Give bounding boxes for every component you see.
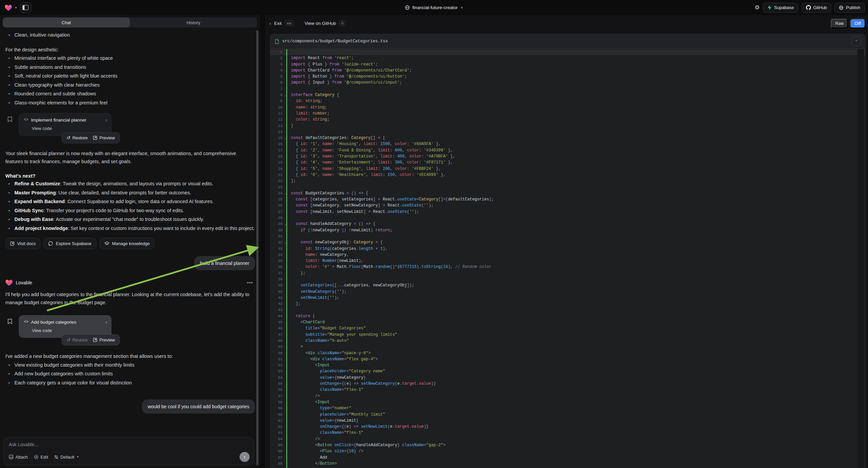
message-options-button[interactable]: ••• — [247, 278, 253, 287]
code-line[interactable]: 47 subtitle="Manage your spending limits… — [271, 332, 865, 338]
supabase-button[interactable]: Supabase — [763, 3, 798, 13]
code-line[interactable]: 29⌄ const handleAddCategory = () => { — [271, 221, 865, 227]
code-line[interactable]: 64 /> — [271, 436, 865, 442]
code-line[interactable]: 16 { id: '1', name: 'Housing', limit: 15… — [271, 141, 865, 147]
preview-button[interactable]: Preview — [93, 135, 115, 140]
publish-button[interactable]: Publish — [834, 3, 865, 13]
github-button[interactable]: GitHub — [802, 3, 831, 13]
code-line[interactable]: 10 name: string; — [271, 105, 865, 111]
code-line[interactable]: 12 color: string; — [271, 117, 865, 122]
edit-mode-button[interactable]: Edit — [34, 455, 48, 460]
restore-button[interactable]: ↺ Restore — [66, 338, 88, 343]
view-code-link[interactable]: View code — [32, 126, 107, 131]
code-line[interactable]: 15⌄const defaultCategories: Category[] =… — [271, 135, 865, 141]
code-line[interactable]: 58 <Input — [271, 399, 865, 405]
code-line[interactable]: 26 const [newCategory, setNewCategory] =… — [271, 202, 865, 208]
code-line[interactable]: 48 className="h-auto" — [271, 338, 865, 344]
code-line[interactable]: 43 — [271, 307, 865, 313]
gear-icon[interactable]: ⚙ — [754, 5, 760, 10]
chevron-right-icon[interactable]: › — [106, 319, 107, 325]
code-line[interactable]: 62 onChange={(e) => setNewLimit(e.target… — [271, 424, 865, 430]
code-line[interactable]: 2import React from 'react'; — [271, 55, 865, 61]
code-line[interactable]: 9 id: string; — [271, 98, 865, 104]
code-line[interactable]: 42 }; — [271, 301, 865, 307]
code-line[interactable]: 17 { id: '2', name: 'Food & Dining', lim… — [271, 147, 865, 153]
lovable-logo-icon[interactable] — [5, 4, 12, 11]
code-line[interactable]: 5import { Button } from '@/components/ui… — [271, 74, 865, 80]
attach-button[interactable]: Attach — [9, 455, 28, 460]
preview-button[interactable]: Preview — [93, 338, 115, 343]
send-button[interactable]: ↑ — [240, 452, 250, 462]
code-line[interactable]: 36 color: '#' + Math.floor(Math.random()… — [271, 264, 865, 270]
workspace-chevron-icon[interactable]: ▼ — [14, 6, 18, 9]
mode-selector[interactable]: Default ▼ — [54, 455, 79, 460]
code-line[interactable]: 41 setNewLimit(''); — [271, 295, 865, 301]
code-line[interactable]: 24⌄const BudgetCategories = () => { — [271, 191, 865, 196]
panel-divider[interactable] — [260, 15, 265, 468]
manage-knowledge-button[interactable]: Manage knowledge — [100, 238, 155, 249]
code-line[interactable]: 1 — [271, 49, 865, 55]
exit-button[interactable]: Exit — [274, 21, 282, 26]
code-line[interactable]: 34 name: newCategory, — [271, 252, 865, 258]
code-line[interactable]: 3import { Plus } from 'lucide-react'; — [271, 61, 865, 67]
code-line[interactable]: 28 — [271, 215, 865, 221]
code-line[interactable]: 66 <Plus size={16} /> — [271, 448, 865, 454]
explore-supabase-button[interactable]: Explore Supabase — [43, 238, 96, 249]
code-line[interactable]: 32⌄ const newCategoryObj: Category = { — [271, 239, 865, 245]
chat-message-list[interactable]: Clean, intuitive navigation For the desi… — [0, 29, 257, 436]
code-line[interactable]: 18 { id: '3', name: 'Transportation', li… — [271, 153, 865, 159]
chevron-right-icon[interactable]: › — [106, 117, 107, 123]
code-line[interactable]: 8⌄interface Category { — [271, 92, 865, 98]
code-line[interactable]: 55 onChange={(e) => setNewCategory(e.tar… — [271, 381, 865, 387]
file-header[interactable]: src/components/budget/BudgetCategories.t… — [271, 34, 865, 49]
chat-input[interactable]: Ask Lovable... — [9, 442, 249, 447]
code-line[interactable]: 53 placeholder="Category name" — [271, 368, 865, 374]
code-line[interactable]: 52 <Input — [271, 362, 865, 368]
code-line[interactable]: 25 const [categories, setCategories] = R… — [271, 196, 865, 202]
view-on-github-button[interactable]: View on GitHub — [305, 21, 336, 26]
code-line[interactable]: 19 { id: '4', name: 'Entertainment', lim… — [271, 159, 865, 166]
view-code-link[interactable]: View code — [32, 328, 107, 333]
code-line[interactable]: 49 > — [271, 344, 865, 350]
sidebar-toggle-button[interactable] — [20, 2, 32, 13]
code-line[interactable]: 63 className="flex-1" — [271, 430, 865, 436]
code-line[interactable]: 46 title="Budget Categories" — [271, 325, 865, 331]
collapse-file-button[interactable]: ⌃ — [851, 37, 861, 46]
chat-scrollbar[interactable] — [256, 30, 258, 465]
code-line[interactable]: 67 Add — [271, 455, 865, 461]
code-line[interactable]: 30 if (!newCategory || !newLimit) return… — [271, 227, 865, 233]
code-line[interactable]: 6import { Input } from '@/components/ui/… — [271, 80, 865, 86]
code-line[interactable]: 39 setCategories([...categories, newCate… — [271, 282, 865, 288]
code-line[interactable]: 23 — [271, 184, 865, 191]
code-line[interactable]: 21 { id: '6', name: 'Healthcare', limit:… — [271, 172, 865, 178]
code-line[interactable]: 68 </Button> — [271, 461, 865, 467]
code-line[interactable]: 45 <ChartCard — [271, 319, 865, 325]
raw-toggle-button[interactable]: Raw — [831, 19, 848, 28]
code-line[interactable]: 31 — [271, 233, 865, 239]
code-scrollbar-track[interactable] — [857, 49, 864, 468]
code-line[interactable]: 65 <Button onClick={handleAddCategory} c… — [271, 442, 865, 448]
code-line[interactable]: 44 return ( — [271, 313, 865, 319]
diff-toggle-button[interactable]: Diff — [850, 19, 865, 28]
code-line[interactable]: 7 — [271, 86, 865, 92]
code-line[interactable]: 27 const [newLimit, setNewLimit] = React… — [271, 209, 865, 215]
code-line[interactable]: 51 <div className="flex gap-4"> — [271, 356, 865, 362]
code-line[interactable]: 50 <div className="space-y-6"> — [271, 350, 865, 356]
code-line[interactable]: 59 type="number" — [271, 405, 865, 411]
code-line[interactable]: 14 — [271, 129, 865, 135]
code-line[interactable]: 4import ChartCard from '@/components/ui/… — [271, 67, 865, 74]
visit-docs-button[interactable]: Visit docs — [5, 238, 40, 249]
bookmark-icon[interactable] — [7, 319, 12, 324]
bookmark-icon[interactable] — [7, 117, 12, 122]
code-line[interactable]: 20 { id: '5', name: 'Shopping', limit: 2… — [271, 166, 865, 172]
code-line[interactable]: 54 value={newCategory} — [271, 375, 865, 381]
code-line[interactable]: 35 limit: Number(newLimit), — [271, 258, 865, 264]
code-line[interactable]: 56 className="flex-1" — [271, 387, 865, 393]
code-line[interactable]: 13} — [271, 123, 865, 129]
code-line[interactable]: 11 limit: number; — [271, 111, 865, 117]
tab-history[interactable]: History — [130, 18, 257, 28]
code-line[interactable]: 57 /> — [271, 393, 865, 399]
code-line[interactable]: 22]; — [271, 178, 865, 184]
tab-chat[interactable]: Chat — [3, 18, 130, 28]
code-line[interactable]: 33 id: String(categories.length + 1), — [271, 246, 865, 252]
